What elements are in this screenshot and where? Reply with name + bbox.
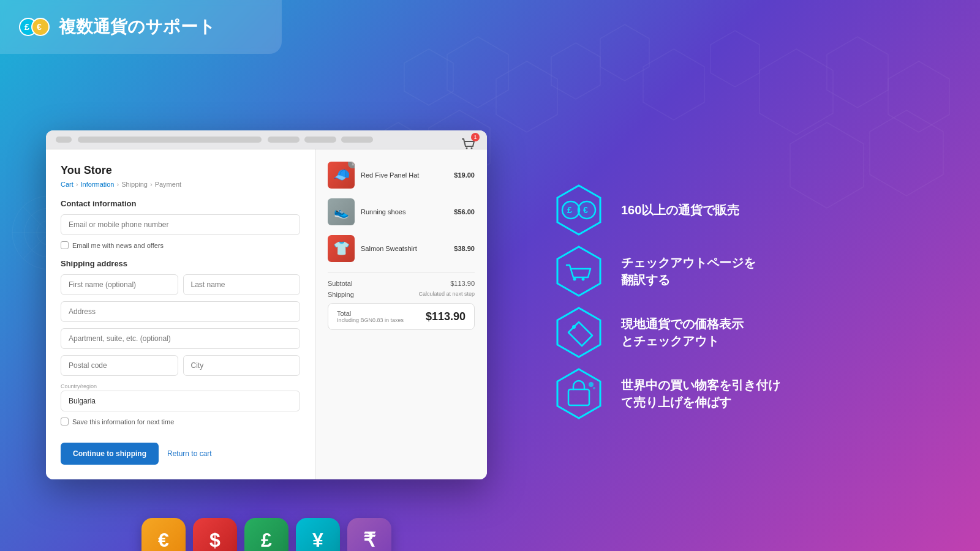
postal-city-row [61, 355, 300, 376]
postal-input[interactable] [61, 355, 178, 376]
newsletter-row: Email me with news and offers [61, 241, 300, 249]
feature-hex-3 [551, 366, 606, 421]
apt-input[interactable] [61, 328, 300, 349]
svg-point-39 [589, 382, 594, 387]
svg-marker-35 [557, 308, 600, 357]
item-img-0: 🧢 1 [328, 162, 355, 189]
feature-text-0: 160以上の通貨で販売 [621, 201, 943, 219]
total-amount: $113.90 [426, 310, 466, 323]
cart-summary: 🧢 1 Red Five Panel Hat $19.00 👟 Running … [315, 149, 487, 479]
item-price-1: $56.00 [454, 208, 475, 216]
svg-rect-38 [568, 389, 589, 405]
header-title: 複数通貨のサポート [59, 15, 216, 39]
svg-point-26 [471, 148, 473, 149]
item-info-1: Running shoes [361, 208, 454, 216]
svg-text:€: € [37, 22, 42, 32]
breadcrumb-shipping: Shipping [121, 181, 148, 188]
sep-3: › [150, 181, 153, 188]
total-label: Total [337, 310, 404, 317]
contact-section-title: Contact information [61, 199, 300, 208]
email-input[interactable] [61, 214, 300, 235]
item-name-0: Red Five Panel Hat [361, 171, 454, 179]
browser-nav-btn-1 [268, 137, 300, 143]
feature-title-1: チェックアウトページを翻訳する [621, 254, 943, 288]
svg-point-40 [593, 387, 595, 389]
browser-url-bar [78, 137, 262, 143]
sep-1: › [76, 181, 78, 188]
shipping-section-title: Shipping address [61, 259, 300, 268]
subtotal-value: $113.90 [450, 280, 475, 287]
svg-text:£: £ [567, 205, 572, 215]
save-row: Save this information for next time [61, 418, 300, 425]
city-input[interactable] [183, 355, 301, 376]
last-name-input[interactable] [183, 274, 301, 295]
svg-text:£: £ [24, 22, 29, 32]
cart-items-container: 🧢 1 Red Five Panel Hat $19.00 👟 Running … [328, 162, 475, 262]
country-group: Country/region Bulgaria [61, 382, 300, 411]
cart-item: 👕 Salmon Sweatshirt $38.90 [328, 235, 475, 262]
item-emoji-1: 👟 [334, 204, 349, 219]
svg-marker-37 [557, 369, 600, 418]
svg-text:€: € [583, 205, 588, 215]
feature-title-2: 現地通貨での価格表示とチェックアウト [621, 315, 943, 350]
currency-btn-rupee[interactable]: ₹ [347, 518, 391, 551]
breadcrumb-info[interactable]: Information [80, 181, 114, 188]
sep-2: › [116, 181, 119, 188]
newsletter-label: Email me with news and offers [72, 242, 164, 249]
cart-divider [328, 272, 475, 272]
main-content: 1 You Store Cart › Information › Shippin… [0, 54, 980, 551]
feature-item-3: 世界中の買い物客を引き付けて売り上げを伸ばす [551, 366, 943, 421]
currency-btn-yen[interactable]: ¥ [296, 518, 340, 551]
checkout-body: You Store Cart › Information › Shipping … [46, 149, 487, 479]
continue-button[interactable]: Continue to shipping [61, 443, 159, 465]
save-checkbox[interactable] [61, 418, 69, 425]
feature-title-0: 160以上の通貨で販売 [621, 201, 943, 219]
browser-nav-btn-2 [304, 137, 336, 143]
header: £ € 複数通貨のサポート [0, 0, 282, 54]
cart-badge: 1 [471, 133, 480, 141]
feature-hex-2 [551, 305, 606, 360]
item-name-2: Salmon Sweatshirt [361, 245, 454, 252]
item-price-2: $38.90 [454, 245, 475, 252]
feature-text-1: チェックアウトページを翻訳する [621, 254, 943, 288]
subtotal-label: Subtotal [328, 280, 352, 287]
address-group [61, 301, 300, 322]
feature-text-2: 現地通貨での価格表示とチェックアウト [621, 315, 943, 350]
subtotal-row: Subtotal $113.90 [328, 280, 475, 287]
shipping-value: Calculated at next step [418, 291, 475, 298]
svg-point-25 [466, 148, 468, 149]
feature-item-1: チェックアウトページを翻訳する [551, 244, 943, 299]
browser-nav-btns [268, 137, 373, 143]
item-img-2: 👕 [328, 235, 355, 262]
first-name-input[interactable] [61, 274, 178, 295]
currency-btn-euro[interactable]: € [141, 518, 186, 551]
shipping-label: Shipping [328, 291, 354, 298]
country-value[interactable]: Bulgaria [61, 391, 300, 411]
feature-item-2: 現地通貨での価格表示とチェックアウト [551, 305, 943, 360]
breadcrumb-payment: Payment [155, 181, 181, 188]
cart-item: 👟 Running shoes $56.00 [328, 198, 475, 225]
checkout-form: You Store Cart › Information › Shipping … [46, 149, 315, 479]
cart-icon-area[interactable]: 1 [460, 135, 477, 155]
item-img-1: 👟 [328, 198, 355, 225]
feature-hex-1 [551, 244, 606, 299]
item-info-2: Salmon Sweatshirt [361, 245, 454, 252]
item-emoji-2: 👕 [333, 241, 350, 257]
breadcrumb-cart[interactable]: Cart [61, 181, 74, 188]
browser-btn-1 [56, 137, 72, 143]
feature-title-3: 世界中の買い物客を引き付けて売り上げを伸ばす [621, 377, 943, 411]
return-link[interactable]: Return to cart [167, 449, 212, 458]
currency-btn-dollar[interactable]: $ [193, 518, 237, 551]
feature-hex-0: £ € [551, 182, 606, 238]
browser-nav-btn-3 [341, 137, 373, 143]
address-input[interactable] [61, 301, 300, 322]
feature-item-0: £ € 160以上の通貨で販売 [551, 182, 943, 238]
total-info: Total Including BGN0.83 in taxes [337, 310, 404, 323]
total-box: Total Including BGN0.83 in taxes $113.90 [328, 303, 475, 330]
svg-point-34 [582, 278, 585, 281]
newsletter-checkbox[interactable] [61, 241, 69, 249]
browser-window: 1 You Store Cart › Information › Shippin… [46, 130, 487, 479]
currency-btn-pound[interactable]: £ [244, 518, 288, 551]
svg-point-33 [573, 278, 576, 281]
currency-row: €$£¥₹ [141, 518, 391, 551]
